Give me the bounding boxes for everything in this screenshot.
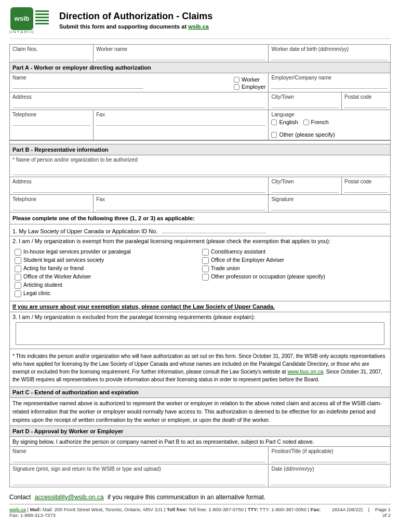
french-checkbox[interactable] [303,119,309,125]
wsib-link[interactable]: wsib.ca [188,23,209,30]
position-d-value[interactable] [271,455,388,462]
svg-text:ONTARIO: ONTARIO [9,30,35,33]
part-c-header-row: Part C - Extend of authorization and exp… [10,387,391,398]
exemptions-left-col: In-house legal services provider or para… [12,246,200,299]
form-header: wsib ONTARIO Direction of Authorization … [9,6,391,39]
worker-name-label: Worker name [96,46,265,52]
claim-nos-value[interactable] [12,53,90,60]
item2-row: 2. I am / My organization is exempt from… [10,236,391,301]
english-checkbox[interactable] [271,119,277,125]
exemption-inhouse-checkbox[interactable] [15,249,21,256]
worker-dob-value[interactable] [271,53,388,60]
fax-b-cell: Fax [94,195,269,212]
signature-b-cell: Signature [269,195,391,212]
exemption-family: Acting for family or friend [15,265,198,272]
fax-b-value[interactable] [96,203,265,210]
form-title: Direction of Authorization - Claims [59,11,212,22]
exemption-worker-adviser: Office of the Worker Adviser [15,273,198,281]
employer-company-value[interactable] [271,82,388,89]
exemption-legal-clinic-checkbox[interactable] [15,290,21,297]
telephone-a-value[interactable] [12,118,90,126]
exemption-family-checkbox[interactable] [15,265,21,272]
postal-a-label: Postal code [344,94,388,100]
lsuc-link[interactable]: www.lsuc.on.ca [287,369,323,375]
address-b-value[interactable] [12,185,265,193]
city-a-label: City/Town [271,94,339,100]
item1-input[interactable] [162,226,266,233]
exemption-articling-checkbox[interactable] [15,282,21,289]
header-subtitle: Submit this form and supporting document… [59,23,212,30]
city-postal-b-cell: City/Town Postal code [269,177,391,195]
telephone-b-label: Telephone [12,196,90,202]
footer-left: wsib.ca | Mail: Mail: 200 Front Street W… [9,507,329,518]
part-c-header: Part C - Extend of authorization and exp… [10,387,391,398]
telephone-b-value[interactable] [12,203,90,210]
name-worker-cell: Name Worker Employer [10,73,269,92]
spacer-row-a [10,140,391,144]
part-a-header: Part A - Worker or employer directing au… [10,62,391,73]
address-a-cell: Address [10,92,269,110]
date-d-value[interactable] [271,478,388,485]
footnote-row: * This indicates the person and/or organ… [10,349,391,387]
wsib-site-link[interactable]: wsib.ca [9,507,26,512]
city-a-value[interactable] [271,101,339,108]
position-d-label: Position/Title (if applicable) [271,448,388,454]
name-d-label: Name [12,448,265,454]
worker-name-value[interactable] [96,53,265,60]
exemption-constituency-checkbox[interactable] [202,249,209,256]
exemption-employer-adviser-checkbox[interactable] [202,257,209,264]
employer-checkbox[interactable] [234,84,239,90]
employer-company-cell: Employer/Company name [269,73,391,92]
exemption-articling: Articling student [15,282,198,289]
exemption-other-profession: Other profession or occupation (please s… [202,273,385,281]
fax-b-label: Fax [96,196,265,202]
if-unsure-row: If you are unsure about your exemption s… [10,301,391,312]
exemption-worker-adviser-checkbox[interactable] [15,274,21,281]
please-complete-row: Please complete one of the following thr… [10,212,391,224]
svg-text:wsib: wsib [14,15,30,22]
fax-a-value[interactable] [96,118,265,126]
page-container: wsib ONTARIO Direction of Authorization … [0,0,400,523]
signature-d-value[interactable] [12,478,265,485]
signature-b-value[interactable] [271,203,388,210]
employer-label: Employer [242,84,265,90]
part-d-instruction: By signing below, I authorize the person… [10,437,391,447]
address-a-value[interactable] [12,101,265,108]
claim-nos-label: Claim Nos. [12,46,90,52]
footer-right: 1824A (06/22) | Page 1 of 2 [329,507,391,518]
wsib-logo: wsib ONTARIO [9,6,51,34]
other-language-checkbox[interactable] [271,132,277,138]
explanation-box[interactable] [16,322,384,345]
date-d-label: Date (dd/mmm/yy) [271,466,388,472]
worker-checkbox-row: Worker [234,76,265,83]
contact-email[interactable]: accessibility@wsib.on.ca [35,494,104,501]
position-d-cell: Position/Title (if applicable) [269,447,391,464]
footer-tollfree: Toll free: Toll free: 1-800-387-0750 [167,507,244,512]
worker-checkbox[interactable] [234,77,239,83]
top-info-row: Claim Nos. Worker name Worker date of bi… [10,45,391,62]
worker-dob-label: Worker date of birth (dd/mmm/yy) [271,46,388,52]
city-postal-b-table: City/Town Postal code [269,177,390,194]
city-b-value[interactable] [271,185,339,193]
part-b-address-row: Address City/Town Postal code [10,177,391,195]
exemption-trade-union-checkbox[interactable] [202,265,209,272]
please-complete-text: Please complete one of the following thr… [12,215,195,221]
city-a-cell: City/Town [269,92,341,110]
name-d-value[interactable] [12,455,265,462]
english-checkbox-row: English [271,119,298,125]
exemption-student-checkbox[interactable] [15,257,21,264]
footer-mail: Mail: Mail: 200 Front Street West, Toron… [30,507,163,512]
name-value[interactable] [12,82,143,89]
exemption-student: Student legal aid services society [15,257,198,264]
item2-text: 2. I am / My organization is exempt from… [12,238,388,244]
postal-a-value[interactable] [344,101,388,108]
name-label: Name [12,75,230,81]
postal-b-value[interactable] [344,185,388,193]
city-postal-cell: City/Town Postal code [269,92,391,110]
address-a-label: Address [12,94,265,100]
address-b-label: Address [12,179,265,184]
part-b-name-value[interactable] [12,168,388,175]
part-d-header: Part D - Approval by Worker or Employer [10,426,391,437]
city-b-cell: City/Town [269,177,341,194]
exemption-other-profession-checkbox[interactable] [202,274,209,281]
